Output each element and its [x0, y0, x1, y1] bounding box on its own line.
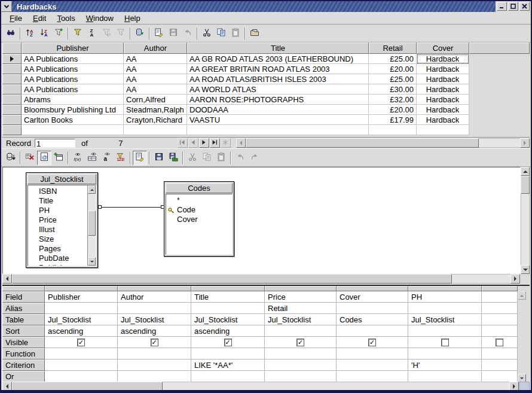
visible-cell[interactable]: ✓	[191, 337, 265, 348]
scrollbar-thumb[interactable]	[88, 211, 96, 236]
table-name-button[interactable]	[85, 151, 99, 165]
scrollbar-thumb[interactable]	[12, 274, 452, 284]
row-header[interactable]	[2, 54, 22, 64]
refresh-data-button[interactable]	[133, 26, 147, 41]
table-cell[interactable]: Jul_Stocklist	[118, 314, 191, 325]
add-table-button[interactable]	[51, 151, 66, 165]
function-cell[interactable]	[408, 348, 482, 360]
redo-arrow-button[interactable]	[247, 151, 262, 165]
design-column-header[interactable]	[337, 286, 408, 291]
last-record-button[interactable]	[210, 138, 220, 148]
cell-retail[interactable]: £32.00	[369, 95, 417, 105]
design-view-toggle-button[interactable]: @	[37, 151, 51, 165]
or-cell[interactable]	[118, 371, 191, 382]
table-cell[interactable]: Jul_Stocklist	[45, 314, 118, 325]
table-cell[interactable]: Jul_Stocklist	[191, 314, 265, 325]
field-cell[interactable]	[482, 291, 518, 303]
field-cell[interactable]: Price	[265, 291, 337, 303]
row-header[interactable]	[2, 84, 22, 95]
scroll-left-button[interactable]	[236, 138, 246, 148]
checked-checkbox[interactable]: ✓	[368, 339, 376, 346]
cell-publisher[interactable]: Carlton Books	[22, 115, 124, 125]
visible-cell[interactable]: ✓	[118, 337, 191, 348]
checked-checkbox[interactable]: ✓	[77, 339, 85, 346]
unchecked-checkbox[interactable]	[441, 339, 449, 346]
functions-button[interactable]: f(x)	[71, 151, 85, 165]
cell-title[interactable]: DOODAAA	[187, 105, 369, 115]
cell-cover[interactable]: Hardback	[417, 95, 469, 105]
table-cell[interactable]: Codes	[337, 314, 408, 325]
table-window-codes[interactable]: Codes *CodeCover	[164, 181, 234, 257]
design-row-label[interactable]: Table	[2, 314, 45, 325]
table-cell[interactable]: Jul_Stocklist	[265, 314, 337, 325]
table-field-code[interactable]: Code	[166, 205, 232, 215]
cell-cover[interactable]: Hardback	[417, 115, 469, 125]
cell-cover[interactable]: Hardback	[417, 64, 469, 74]
previous-record-button[interactable]	[188, 138, 198, 148]
field-cell[interactable]: Cover	[337, 291, 408, 303]
criterion-cell[interactable]	[482, 360, 518, 371]
visible-cell[interactable]: ✓	[265, 337, 337, 348]
criterion-cell[interactable]	[337, 360, 408, 371]
function-cell[interactable]	[118, 348, 191, 360]
design-row-label[interactable]: Visible	[2, 337, 45, 348]
design-row-label[interactable]: Or	[2, 371, 45, 382]
alias-cell[interactable]	[191, 303, 265, 314]
cell-author[interactable]: AA	[124, 84, 187, 95]
cell-author[interactable]: Corn,Alfred	[124, 95, 187, 105]
design-column-header[interactable]	[408, 286, 482, 291]
relation-canvas[interactable]: Jul_Stocklist ISBNTitlePHPriceIllustSize…	[2, 167, 521, 274]
or-cell[interactable]	[191, 371, 265, 382]
cell-title[interactable]: AARON ROSE:PHOTOGRAPHS	[187, 95, 369, 105]
row-header[interactable]	[2, 74, 22, 84]
visible-cell[interactable]: ✓	[337, 337, 408, 348]
standard-filter-button[interactable]	[71, 26, 85, 41]
function-cell[interactable]	[191, 348, 265, 360]
scroll-right-button[interactable]	[509, 382, 519, 391]
row-header[interactable]	[2, 64, 22, 74]
cell-publisher[interactable]: Bloomsbury Publishing Ltd	[22, 105, 124, 115]
cell-retail[interactable]: £25.00	[369, 54, 417, 64]
scrollbar-track[interactable]	[479, 138, 520, 148]
alias-cell[interactable]	[118, 303, 191, 314]
alias-button[interactable]: a	[99, 151, 114, 165]
cell-retail[interactable]: £20.00	[369, 64, 417, 74]
paste-button[interactable]	[214, 151, 228, 165]
empty-cell[interactable]	[22, 125, 124, 135]
field-cell[interactable]: PH	[408, 291, 482, 303]
apply-filter-button[interactable]	[99, 26, 114, 41]
criterion-cell[interactable]	[265, 360, 337, 371]
design-column-header[interactable]	[191, 286, 265, 291]
column-header-retail[interactable]: Retail	[369, 42, 417, 54]
cell-author[interactable]: AA	[124, 64, 187, 74]
data-source-folder-button[interactable]	[247, 26, 262, 41]
checked-checkbox[interactable]: ✓	[224, 339, 232, 346]
clear-query-button[interactable]	[23, 151, 37, 165]
unchecked-checkbox[interactable]	[496, 339, 503, 346]
scroll-up-button[interactable]	[88, 185, 96, 194]
save-record-button[interactable]	[166, 26, 181, 41]
function-cell[interactable]	[45, 348, 118, 360]
column-header-author[interactable]: Author	[124, 42, 187, 54]
scroll-right-button[interactable]	[510, 274, 520, 284]
join-line[interactable]	[99, 207, 164, 208]
cell-author[interactable]: Steadman,Ralph	[124, 105, 187, 115]
cell-retail[interactable]: £30.00	[369, 84, 417, 95]
copy-button[interactable]	[214, 26, 228, 41]
window-menu-button[interactable]	[1, 1, 12, 12]
join-endpoint[interactable]	[98, 205, 102, 209]
cell-cover[interactable]: Hardback	[417, 54, 469, 64]
close-button[interactable]	[519, 2, 530, 11]
cell-title[interactable]: VAASTU	[187, 115, 369, 125]
design-column-header[interactable]	[2, 286, 45, 291]
row-header-corner[interactable]	[2, 42, 22, 54]
sort-cell[interactable]: ascending	[45, 325, 118, 337]
table-field-ph[interactable]: PH	[28, 206, 87, 215]
cut-button[interactable]	[200, 26, 214, 41]
table-field-pubdate[interactable]: PubDate	[28, 254, 87, 263]
cell-author[interactable]: AA	[124, 74, 187, 84]
row-header[interactable]	[2, 105, 22, 115]
copy-button[interactable]	[200, 151, 214, 165]
cell-publisher[interactable]: AA Publications	[22, 64, 124, 74]
remove-filter-button[interactable]	[114, 26, 128, 41]
